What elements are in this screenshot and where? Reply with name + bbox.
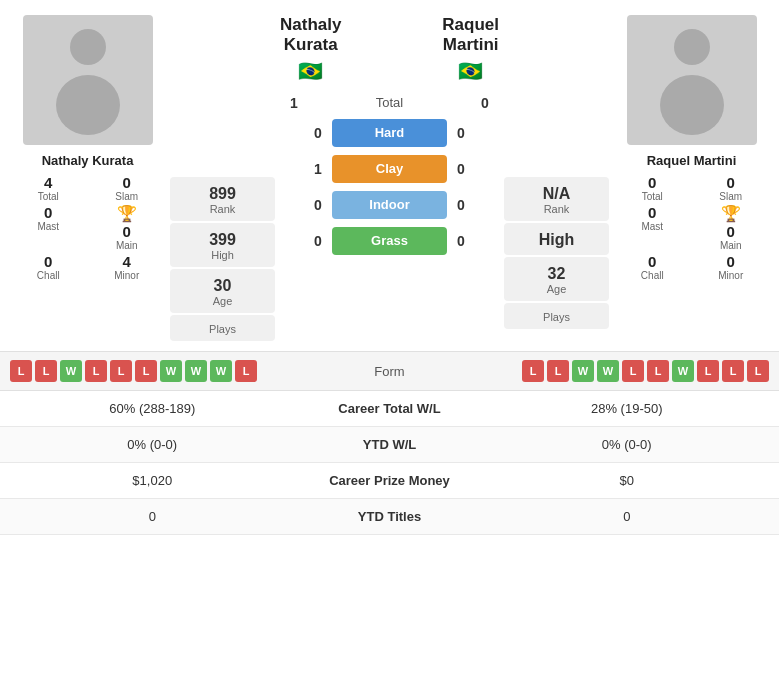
player2-trophy-cell: 🏆 0 Main (693, 204, 770, 251)
player1-mast-label: Mast (37, 221, 59, 232)
player2-main-label: Main (720, 240, 742, 251)
player1-middle-stats: 899 Rank 399 High 30 Age Plays (170, 15, 275, 341)
center-section: NathalyKurata 🇧🇷 RaquelMartini 🇧🇷 1 Tota… (280, 15, 499, 255)
player2-card: Raquel Martini 0 Total 0 Slam 0 Mast 🏆 0 (614, 15, 769, 281)
hard-score-left: 0 (304, 125, 332, 141)
player1-minor-label: Minor (114, 270, 139, 281)
stats-center-label: Career Prize Money (290, 473, 490, 488)
player1-main-label: Main (116, 240, 138, 251)
hard-button[interactable]: Hard (332, 119, 447, 147)
stats-center-label: Career Total W/L (290, 401, 490, 416)
player2-high-value: High (508, 231, 605, 249)
player1-avatar (23, 15, 153, 145)
player2-form-badge: W (672, 360, 694, 382)
player1-form-badge: L (35, 360, 57, 382)
player2-center-name: RaquelMartini (442, 15, 499, 56)
player1-center-name: NathalyKurata (280, 15, 341, 56)
player1-form-badge: W (160, 360, 182, 382)
player1-slam-cell: 0 Slam (89, 174, 166, 202)
stats-left-value: 0 (15, 509, 290, 524)
player1-rank-value: 899 (174, 185, 271, 203)
total-label: Total (308, 95, 471, 110)
player1-form-badges: LLWLLLWWWL (10, 360, 330, 382)
player1-mast-value: 0 (44, 204, 52, 221)
player2-slam-cell: 0 Slam (693, 174, 770, 202)
player2-form-badge: W (572, 360, 594, 382)
player2-age-value: 32 (508, 265, 605, 283)
player2-rank-value: N/A (508, 185, 605, 203)
player2-high-box: High (504, 223, 609, 255)
indoor-button[interactable]: Indoor (332, 191, 447, 219)
player1-plays-box: Plays (170, 315, 275, 341)
players-section: Nathaly Kurata 4 Total 0 Slam 0 Mast 🏆 0 (0, 0, 779, 351)
player2-form-badge: L (622, 360, 644, 382)
player2-rank-box: N/A Rank (504, 177, 609, 221)
player2-name: Raquel Martini (647, 153, 737, 168)
player1-chall-value: 0 (44, 253, 52, 270)
total-score-left: 1 (280, 95, 308, 111)
grass-row: 0 Grass 0 (280, 227, 499, 255)
player1-age-label: Age (174, 295, 271, 307)
stats-row: 0YTD Titles0 (0, 499, 779, 535)
player2-mast-value: 0 (648, 204, 656, 221)
player2-mast-label: Mast (641, 221, 663, 232)
player1-form-badge: W (185, 360, 207, 382)
player1-form-badge: W (210, 360, 232, 382)
player2-chall-value: 0 (648, 253, 656, 270)
player2-plays-box: Plays (504, 303, 609, 329)
player1-flag: 🇧🇷 (298, 59, 323, 83)
player2-rank-label: Rank (508, 203, 605, 215)
player1-total-value: 4 (44, 174, 52, 191)
indoor-score-right: 0 (447, 197, 475, 213)
player1-stats: 4 Total 0 Slam 0 Mast 🏆 0 Main 0 (10, 174, 165, 281)
player2-form-badge: L (747, 360, 769, 382)
main-container: Nathaly Kurata 4 Total 0 Slam 0 Mast 🏆 0 (0, 0, 779, 535)
player2-form-badge: L (522, 360, 544, 382)
clay-row: 1 Clay 0 (280, 155, 499, 183)
player2-slam-label: Slam (719, 191, 742, 202)
player2-slam-value: 0 (727, 174, 735, 191)
total-row: 1 Total 0 (280, 95, 499, 111)
svg-point-3 (660, 75, 724, 135)
form-label: Form (330, 364, 450, 379)
player1-slam-value: 0 (123, 174, 131, 191)
stats-right-value: 0% (0-0) (490, 437, 765, 452)
player1-form-badge: L (10, 360, 32, 382)
stats-row: 60% (288-189)Career Total W/L28% (19-50) (0, 391, 779, 427)
player1-rank-box: 899 Rank (170, 177, 275, 221)
stats-left-value: $1,020 (15, 473, 290, 488)
clay-score-right: 0 (447, 161, 475, 177)
svg-point-1 (56, 75, 120, 135)
player1-chall-label: Chall (37, 270, 60, 281)
stats-left-value: 60% (288-189) (15, 401, 290, 416)
player1-plays-label: Plays (174, 323, 271, 335)
clay-button[interactable]: Clay (332, 155, 447, 183)
player2-form-badge: L (722, 360, 744, 382)
stats-right-value: $0 (490, 473, 765, 488)
player2-mast-cell: 0 Mast (614, 204, 691, 251)
player1-minor-cell: 4 Minor (89, 253, 166, 281)
player1-trophy-cell: 🏆 0 Main (89, 204, 166, 251)
player2-age-label: Age (508, 283, 605, 295)
player1-age-box: 30 Age (170, 269, 275, 313)
player2-total-cell: 0 Total (614, 174, 691, 202)
player1-mast-cell: 0 Mast (10, 204, 87, 251)
indoor-score-left: 0 (304, 197, 332, 213)
grass-button[interactable]: Grass (332, 227, 447, 255)
player1-form-badge: L (135, 360, 157, 382)
player2-flag: 🇧🇷 (458, 59, 483, 83)
stats-left-value: 0% (0-0) (15, 437, 290, 452)
stats-right-value: 0 (490, 509, 765, 524)
player2-center-name-block: RaquelMartini 🇧🇷 (442, 15, 499, 83)
player1-total-label: Total (38, 191, 59, 202)
indoor-row: 0 Indoor 0 (280, 191, 499, 219)
player1-chall-cell: 0 Chall (10, 253, 87, 281)
player1-form-badge: L (235, 360, 257, 382)
stats-row: $1,020Career Prize Money$0 (0, 463, 779, 499)
player2-age-box: 32 Age (504, 257, 609, 301)
player1-high-label: High (174, 249, 271, 261)
player1-high-value: 399 (174, 231, 271, 249)
stats-table: 60% (288-189)Career Total W/L28% (19-50)… (0, 391, 779, 535)
stats-row: 0% (0-0)YTD W/L0% (0-0) (0, 427, 779, 463)
player2-plays-label: Plays (508, 311, 605, 323)
